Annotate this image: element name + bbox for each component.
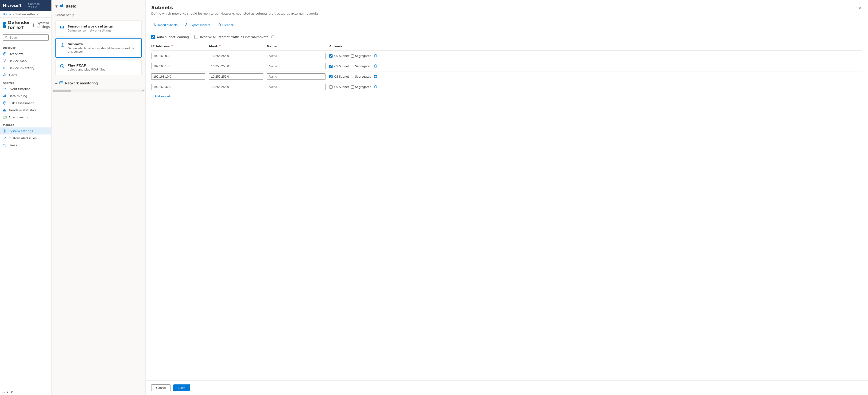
auto-subnet-learning-text: Auto subnet learning bbox=[157, 35, 189, 39]
nav-scroll-up-btn[interactable]: ▲ bbox=[6, 390, 9, 394]
mask-input-3[interactable] bbox=[209, 73, 263, 80]
ip-input-3[interactable] bbox=[151, 73, 205, 80]
sidebar-item-event-timeline[interactable]: Event timeline bbox=[0, 85, 52, 92]
card-title: Sensor network settings bbox=[67, 24, 113, 28]
svg-rect-44 bbox=[218, 24, 220, 26]
cancel-btn[interactable]: Cancel bbox=[151, 385, 170, 391]
sidebar-item-alerts[interactable]: Alerts bbox=[0, 72, 52, 79]
segregated-checkbox-3[interactable] bbox=[351, 75, 354, 78]
section-collapse-btn[interactable]: ▼ bbox=[55, 5, 58, 8]
search-input[interactable] bbox=[3, 34, 49, 41]
ip-cell-3 bbox=[151, 73, 205, 80]
breadcrumb-home[interactable]: Home bbox=[3, 13, 11, 16]
resolve-internet-traffic-label[interactable]: Resolve all Internet traffic as internal… bbox=[194, 35, 274, 39]
sidebar-item-risk-assessment[interactable]: Risk assessment bbox=[0, 100, 52, 107]
segregated-label-3[interactable]: Segregated bbox=[351, 75, 371, 78]
sidebar-item-device-map[interactable]: Device map bbox=[0, 57, 52, 64]
nav-scroll-down-btn[interactable]: ▼ bbox=[10, 390, 13, 394]
import-subnets-btn[interactable]: Import subnets bbox=[151, 22, 179, 28]
mask-input-2[interactable] bbox=[209, 63, 263, 69]
play-pcap-card[interactable]: Play PCAP Upload and play PCAP files bbox=[55, 59, 142, 75]
sidebar-item-custom-alert-rules[interactable]: Custom alert rules bbox=[0, 135, 52, 142]
close-drawer-btn[interactable]: ✕ bbox=[857, 5, 862, 12]
name-input-1[interactable] bbox=[267, 53, 326, 59]
ics-subnet-checkbox-4[interactable] bbox=[329, 85, 333, 89]
sidebar-item-device-inventory[interactable]: Device inventory bbox=[0, 64, 52, 72]
actions-cell-1: ICS Subnet Segregated bbox=[329, 53, 862, 59]
sidebar-item-users[interactable]: Users bbox=[0, 142, 52, 149]
ics-subnet-label-2[interactable]: ICS Subnet bbox=[329, 65, 349, 68]
auto-subnet-learning-label[interactable]: Auto subnet learning bbox=[151, 35, 189, 39]
data-mining-icon bbox=[3, 94, 7, 98]
export-subnets-btn[interactable]: Export subnets bbox=[184, 22, 212, 28]
name-input-4[interactable] bbox=[267, 84, 326, 90]
ip-input-2[interactable] bbox=[151, 63, 205, 69]
basic-section-icon bbox=[59, 4, 64, 9]
mask-input-4[interactable] bbox=[209, 84, 263, 90]
app-icon: 🛡 bbox=[3, 22, 6, 28]
ics-subnet-label-4[interactable]: ICS Subnet bbox=[329, 85, 349, 89]
clear-all-icon bbox=[218, 23, 221, 27]
mask-cell-3 bbox=[209, 73, 263, 80]
segregated-label-4[interactable]: Segregated bbox=[351, 85, 371, 89]
top-bar: Microsoft | Contoso - 23.1.0 bbox=[0, 0, 52, 11]
mask-input-1[interactable] bbox=[209, 53, 263, 59]
ics-subnet-checkbox-1[interactable] bbox=[329, 54, 333, 58]
sidebar-item-label: Overview bbox=[8, 52, 23, 56]
segregated-checkbox-4[interactable] bbox=[351, 85, 354, 89]
subnets-card[interactable]: Subnets Define which networks should be … bbox=[55, 38, 142, 58]
export-subnets-label: Export subnets bbox=[190, 23, 210, 27]
event-timeline-icon bbox=[3, 87, 7, 91]
svg-rect-17 bbox=[5, 94, 6, 97]
horizontal-scrollbar[interactable]: ► bbox=[52, 89, 145, 92]
drawer-subtitle: Define which networks should be monitore… bbox=[151, 12, 319, 15]
network-monitoring-expand-icon: ► bbox=[55, 82, 58, 85]
svg-rect-19 bbox=[3, 110, 4, 111]
delete-row-4-btn[interactable] bbox=[373, 84, 378, 90]
clear-all-btn[interactable]: Clear all bbox=[216, 22, 235, 28]
segregated-label-1[interactable]: Segregated bbox=[351, 54, 371, 58]
sidebar-item-data-mining[interactable]: Data mining bbox=[0, 92, 52, 100]
save-btn[interactable]: Save bbox=[173, 385, 190, 391]
ics-subnet-label-3[interactable]: ICS Subnet bbox=[329, 75, 349, 78]
mask-cell-2 bbox=[209, 63, 263, 69]
app-title-bar: 🛡 Defender for IoT | System settings bbox=[0, 18, 52, 32]
svg-rect-53 bbox=[374, 76, 377, 78]
name-input-3[interactable] bbox=[267, 73, 326, 80]
card-header: Play PCAP Upload and play PCAP files bbox=[59, 63, 137, 71]
segregated-checkbox-2[interactable] bbox=[351, 65, 354, 68]
add-subnet-btn[interactable]: + Add subnet bbox=[151, 92, 170, 101]
scroll-right-btn[interactable]: ► bbox=[142, 89, 145, 92]
segregated-text-4: Segregated bbox=[355, 85, 371, 89]
ip-cell-1 bbox=[151, 53, 205, 59]
ip-input-4[interactable] bbox=[151, 84, 205, 90]
svg-point-25 bbox=[4, 131, 5, 132]
svg-rect-30 bbox=[61, 5, 62, 7]
ics-subnet-checkbox-2[interactable] bbox=[329, 65, 333, 68]
delete-row-1-btn[interactable] bbox=[373, 53, 378, 59]
card-title: Play PCAP bbox=[67, 63, 105, 67]
nav-collapse-left-btn[interactable]: ‹ bbox=[2, 390, 3, 394]
segregated-label-2[interactable]: Segregated bbox=[351, 65, 371, 68]
sidebar-item-system-settings[interactable]: System settings bbox=[0, 128, 52, 135]
segregated-checkbox-1[interactable] bbox=[351, 54, 354, 58]
auto-subnet-learning-checkbox[interactable] bbox=[151, 35, 155, 39]
delete-row-3-btn[interactable] bbox=[373, 74, 378, 80]
ip-input-1[interactable] bbox=[151, 53, 205, 59]
sidebar-item-trends-statistics[interactable]: Trends & statistics bbox=[0, 107, 52, 114]
network-monitoring-label: Network monitoring bbox=[65, 81, 98, 85]
delete-row-2-btn[interactable] bbox=[373, 63, 378, 69]
col-header-name-label: Name bbox=[267, 45, 277, 48]
network-monitoring-section[interactable]: ► Network monitoring bbox=[52, 77, 145, 89]
nav-collapse-right-btn[interactable]: › bbox=[4, 390, 5, 394]
sidebar-item-attack-vector[interactable]: Attack vector bbox=[0, 114, 52, 121]
sensor-network-settings-card[interactable]: Sensor network settings Define sensor ne… bbox=[55, 21, 142, 36]
ics-subnet-text-3: ICS Subnet bbox=[334, 75, 349, 78]
resolve-internet-traffic-checkbox[interactable] bbox=[194, 35, 198, 39]
ics-subnet-label-1[interactable]: ICS Subnet bbox=[329, 54, 349, 58]
svg-rect-45 bbox=[374, 55, 377, 57]
ics-subnet-checkbox-3[interactable] bbox=[329, 75, 333, 78]
sidebar-item-overview[interactable]: Overview bbox=[0, 50, 52, 57]
name-input-2[interactable] bbox=[267, 63, 326, 69]
ics-subnet-text-1: ICS Subnet bbox=[334, 54, 349, 58]
